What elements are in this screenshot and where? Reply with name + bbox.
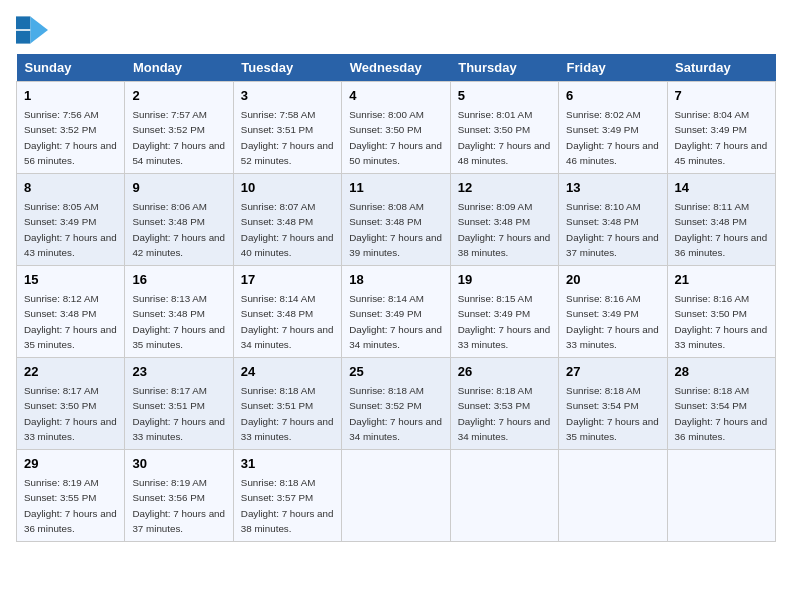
- calendar-cell: 9 Sunrise: 8:06 AMSunset: 3:48 PMDayligh…: [125, 174, 233, 266]
- calendar-cell: 24 Sunrise: 8:18 AMSunset: 3:51 PMDaylig…: [233, 358, 341, 450]
- cell-content: Sunrise: 8:19 AMSunset: 3:55 PMDaylight:…: [24, 477, 117, 534]
- calendar-cell: 2 Sunrise: 7:57 AMSunset: 3:52 PMDayligh…: [125, 82, 233, 174]
- day-number: 16: [132, 271, 225, 289]
- calendar-cell: [342, 450, 450, 542]
- cell-content: Sunrise: 8:00 AMSunset: 3:50 PMDaylight:…: [349, 109, 442, 166]
- cell-content: Sunrise: 7:58 AMSunset: 3:51 PMDaylight:…: [241, 109, 334, 166]
- day-number: 20: [566, 271, 659, 289]
- day-header-wednesday: Wednesday: [342, 54, 450, 82]
- header: [16, 16, 776, 44]
- day-number: 13: [566, 179, 659, 197]
- cell-content: Sunrise: 8:18 AMSunset: 3:54 PMDaylight:…: [675, 385, 768, 442]
- cell-content: Sunrise: 8:13 AMSunset: 3:48 PMDaylight:…: [132, 293, 225, 350]
- cell-content: Sunrise: 8:11 AMSunset: 3:48 PMDaylight:…: [675, 201, 768, 258]
- day-number: 11: [349, 179, 442, 197]
- calendar-cell: 12 Sunrise: 8:09 AMSunset: 3:48 PMDaylig…: [450, 174, 558, 266]
- day-number: 6: [566, 87, 659, 105]
- day-number: 21: [675, 271, 768, 289]
- day-number: 7: [675, 87, 768, 105]
- day-number: 4: [349, 87, 442, 105]
- calendar-week-row: 15 Sunrise: 8:12 AMSunset: 3:48 PMDaylig…: [17, 266, 776, 358]
- day-number: 12: [458, 179, 551, 197]
- calendar-cell: 29 Sunrise: 8:19 AMSunset: 3:55 PMDaylig…: [17, 450, 125, 542]
- day-number: 18: [349, 271, 442, 289]
- svg-rect-1: [16, 31, 30, 44]
- calendar-cell: 18 Sunrise: 8:14 AMSunset: 3:49 PMDaylig…: [342, 266, 450, 358]
- calendar-cell: 6 Sunrise: 8:02 AMSunset: 3:49 PMDayligh…: [559, 82, 667, 174]
- calendar-cell: 30 Sunrise: 8:19 AMSunset: 3:56 PMDaylig…: [125, 450, 233, 542]
- cell-content: Sunrise: 8:18 AMSunset: 3:53 PMDaylight:…: [458, 385, 551, 442]
- cell-content: Sunrise: 8:18 AMSunset: 3:51 PMDaylight:…: [241, 385, 334, 442]
- day-number: 27: [566, 363, 659, 381]
- calendar-cell: 14 Sunrise: 8:11 AMSunset: 3:48 PMDaylig…: [667, 174, 775, 266]
- day-header-tuesday: Tuesday: [233, 54, 341, 82]
- cell-content: Sunrise: 8:18 AMSunset: 3:57 PMDaylight:…: [241, 477, 334, 534]
- day-number: 15: [24, 271, 117, 289]
- cell-content: Sunrise: 7:57 AMSunset: 3:52 PMDaylight:…: [132, 109, 225, 166]
- calendar-cell: 27 Sunrise: 8:18 AMSunset: 3:54 PMDaylig…: [559, 358, 667, 450]
- day-number: 5: [458, 87, 551, 105]
- day-number: 8: [24, 179, 117, 197]
- day-number: 14: [675, 179, 768, 197]
- day-number: 17: [241, 271, 334, 289]
- calendar-cell: [667, 450, 775, 542]
- day-header-saturday: Saturday: [667, 54, 775, 82]
- calendar-cell: 28 Sunrise: 8:18 AMSunset: 3:54 PMDaylig…: [667, 358, 775, 450]
- calendar-cell: 17 Sunrise: 8:14 AMSunset: 3:48 PMDaylig…: [233, 266, 341, 358]
- cell-content: Sunrise: 7:56 AMSunset: 3:52 PMDaylight:…: [24, 109, 117, 166]
- calendar-table: SundayMondayTuesdayWednesdayThursdayFrid…: [16, 54, 776, 542]
- svg-rect-0: [16, 16, 30, 29]
- cell-content: Sunrise: 8:17 AMSunset: 3:51 PMDaylight:…: [132, 385, 225, 442]
- calendar-cell: 13 Sunrise: 8:10 AMSunset: 3:48 PMDaylig…: [559, 174, 667, 266]
- calendar-cell: 1 Sunrise: 7:56 AMSunset: 3:52 PMDayligh…: [17, 82, 125, 174]
- calendar-cell: 3 Sunrise: 7:58 AMSunset: 3:51 PMDayligh…: [233, 82, 341, 174]
- calendar-cell: 16 Sunrise: 8:13 AMSunset: 3:48 PMDaylig…: [125, 266, 233, 358]
- cell-content: Sunrise: 8:18 AMSunset: 3:54 PMDaylight:…: [566, 385, 659, 442]
- day-number: 22: [24, 363, 117, 381]
- calendar-cell: 26 Sunrise: 8:18 AMSunset: 3:53 PMDaylig…: [450, 358, 558, 450]
- calendar-week-row: 1 Sunrise: 7:56 AMSunset: 3:52 PMDayligh…: [17, 82, 776, 174]
- calendar-cell: 4 Sunrise: 8:00 AMSunset: 3:50 PMDayligh…: [342, 82, 450, 174]
- calendar-body: 1 Sunrise: 7:56 AMSunset: 3:52 PMDayligh…: [17, 82, 776, 542]
- day-header-monday: Monday: [125, 54, 233, 82]
- day-number: 9: [132, 179, 225, 197]
- cell-content: Sunrise: 8:12 AMSunset: 3:48 PMDaylight:…: [24, 293, 117, 350]
- cell-content: Sunrise: 8:17 AMSunset: 3:50 PMDaylight:…: [24, 385, 117, 442]
- cell-content: Sunrise: 8:10 AMSunset: 3:48 PMDaylight:…: [566, 201, 659, 258]
- day-number: 3: [241, 87, 334, 105]
- cell-content: Sunrise: 8:16 AMSunset: 3:50 PMDaylight:…: [675, 293, 768, 350]
- calendar-cell: 22 Sunrise: 8:17 AMSunset: 3:50 PMDaylig…: [17, 358, 125, 450]
- cell-content: Sunrise: 8:09 AMSunset: 3:48 PMDaylight:…: [458, 201, 551, 258]
- day-number: 10: [241, 179, 334, 197]
- calendar-cell: 25 Sunrise: 8:18 AMSunset: 3:52 PMDaylig…: [342, 358, 450, 450]
- cell-content: Sunrise: 8:04 AMSunset: 3:49 PMDaylight:…: [675, 109, 768, 166]
- calendar-cell: 7 Sunrise: 8:04 AMSunset: 3:49 PMDayligh…: [667, 82, 775, 174]
- day-header-friday: Friday: [559, 54, 667, 82]
- day-number: 19: [458, 271, 551, 289]
- day-number: 25: [349, 363, 442, 381]
- day-header-thursday: Thursday: [450, 54, 558, 82]
- day-number: 28: [675, 363, 768, 381]
- day-number: 26: [458, 363, 551, 381]
- cell-content: Sunrise: 8:14 AMSunset: 3:48 PMDaylight:…: [241, 293, 334, 350]
- cell-content: Sunrise: 8:14 AMSunset: 3:49 PMDaylight:…: [349, 293, 442, 350]
- calendar-header-row: SundayMondayTuesdayWednesdayThursdayFrid…: [17, 54, 776, 82]
- calendar-cell: 19 Sunrise: 8:15 AMSunset: 3:49 PMDaylig…: [450, 266, 558, 358]
- calendar-cell: 11 Sunrise: 8:08 AMSunset: 3:48 PMDaylig…: [342, 174, 450, 266]
- calendar-cell: 8 Sunrise: 8:05 AMSunset: 3:49 PMDayligh…: [17, 174, 125, 266]
- cell-content: Sunrise: 8:06 AMSunset: 3:48 PMDaylight:…: [132, 201, 225, 258]
- cell-content: Sunrise: 8:07 AMSunset: 3:48 PMDaylight:…: [241, 201, 334, 258]
- calendar-cell: 5 Sunrise: 8:01 AMSunset: 3:50 PMDayligh…: [450, 82, 558, 174]
- day-number: 1: [24, 87, 117, 105]
- day-number: 30: [132, 455, 225, 473]
- day-number: 23: [132, 363, 225, 381]
- calendar-cell: 21 Sunrise: 8:16 AMSunset: 3:50 PMDaylig…: [667, 266, 775, 358]
- calendar-week-row: 8 Sunrise: 8:05 AMSunset: 3:49 PMDayligh…: [17, 174, 776, 266]
- svg-marker-2: [30, 16, 48, 43]
- cell-content: Sunrise: 8:19 AMSunset: 3:56 PMDaylight:…: [132, 477, 225, 534]
- cell-content: Sunrise: 8:05 AMSunset: 3:49 PMDaylight:…: [24, 201, 117, 258]
- cell-content: Sunrise: 8:08 AMSunset: 3:48 PMDaylight:…: [349, 201, 442, 258]
- calendar-week-row: 29 Sunrise: 8:19 AMSunset: 3:55 PMDaylig…: [17, 450, 776, 542]
- calendar-cell: 10 Sunrise: 8:07 AMSunset: 3:48 PMDaylig…: [233, 174, 341, 266]
- calendar-week-row: 22 Sunrise: 8:17 AMSunset: 3:50 PMDaylig…: [17, 358, 776, 450]
